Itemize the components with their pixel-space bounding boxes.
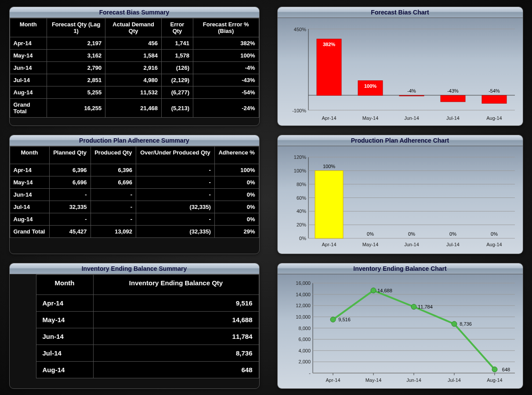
cell: -: [136, 176, 215, 189]
inventory-balance-chart-panel: Inventory Ending Balance Chart 16,00014,…: [277, 263, 523, 389]
cell: Jun-14: [10, 189, 49, 201]
data-label: 0%: [408, 231, 415, 237]
y-tick-label: -100%: [292, 108, 306, 113]
table-row: Jul-148,736: [36, 345, 259, 362]
table-row: May-146,6966,696-0%: [10, 176, 259, 189]
cell: 14,688: [93, 312, 259, 328]
inventory-balance-chart: 16,00014,00012,00010,0008,0006,0004,0002…: [278, 274, 523, 388]
cell: Apr-14: [36, 295, 93, 312]
data-label: 100%: [364, 83, 376, 89]
x-tick-label: May-14: [365, 377, 381, 383]
x-tick-label: Jun-14: [406, 377, 421, 383]
cell: 456: [105, 37, 162, 50]
cell: Apr-14: [10, 37, 47, 50]
cell: 9,516: [93, 295, 259, 312]
production-adherence-summary-panel: Production Plan Adherence Summary Month …: [9, 135, 260, 254]
panel-title: Production Plan Adherence Summary: [10, 135, 259, 146]
panel-title: Forecast Bias Chart: [278, 7, 523, 18]
table-row: Aug-14---0%: [10, 213, 259, 226]
table-row: Apr-149,516: [36, 295, 259, 312]
table-row: Apr-146,3966,396-100%: [10, 164, 259, 176]
cell: Jul-14: [10, 74, 47, 86]
cell: (126): [162, 62, 193, 74]
cell: 100%: [214, 164, 259, 176]
col-forecast-qty: Forecast Qty (Lag 1): [47, 18, 105, 37]
production-adherence-chart: 120%100%80%60%40%20%0% 100%0%0%0%0% Apr-…: [278, 146, 523, 254]
col-over-under: Over/Under Produced Qty: [136, 147, 215, 164]
x-tick-label: Aug-14: [487, 377, 502, 383]
x-tick-label: Aug-14: [486, 115, 502, 121]
cell: Jul-14: [36, 345, 93, 362]
data-label: 11,784: [418, 304, 433, 309]
x-tick-label: Jul-14: [446, 242, 460, 247]
cell: (6,277): [162, 86, 193, 99]
cell: -: [136, 189, 215, 201]
y-tick-label: 4,000: [298, 348, 311, 353]
data-point: [330, 317, 336, 322]
col-forecast-error-pct: Forecast Error % (Bias): [193, 18, 259, 37]
table-row-total: Grand Total16,25521,468(5,213)-24%: [10, 99, 259, 118]
cell: 32,335: [49, 201, 90, 213]
cell: Grand Total: [10, 226, 49, 238]
cell: -43%: [193, 74, 259, 86]
x-tick-label: Jun-14: [404, 115, 419, 121]
bar: [441, 95, 465, 101]
x-tick-label: Jul-14: [446, 115, 460, 121]
table-row-total: Grand Total45,42713,092(32,335)29%: [10, 226, 259, 238]
col-month: Month: [10, 18, 47, 37]
cell: 0%: [214, 176, 259, 189]
forecast-bias-chart-panel: Forecast Bias Chart 450% -100% 382%100%-…: [277, 7, 523, 126]
cell: -: [49, 213, 90, 226]
table-row: Jun-14---0%: [10, 189, 259, 201]
data-label: 14,688: [377, 288, 392, 293]
y-tick-label: 12,000: [296, 303, 311, 308]
x-tick-label: Jun-14: [404, 242, 419, 247]
data-label: 648: [502, 367, 510, 372]
data-label: -54%: [489, 88, 500, 93]
y-tick-label: 10,000: [296, 314, 311, 320]
y-tick-label: 120%: [293, 154, 306, 160]
data-point: [371, 288, 376, 293]
bar: [317, 39, 341, 95]
col-planned-qty: Planned Qty: [49, 147, 90, 164]
cell: 100%: [193, 50, 259, 62]
data-label: 0%: [367, 231, 374, 237]
forecast-bias-summary-panel: Forecast Bias Summary Month Forecast Qty…: [9, 7, 260, 126]
table-row: Jul-1432,335-(32,335)0%: [10, 201, 259, 213]
cell: 3,162: [47, 50, 105, 62]
cell: 0%: [214, 201, 259, 213]
forecast-bias-table: Month Forecast Qty (Lag 1) Actual Demand…: [10, 18, 259, 118]
data-label: -43%: [447, 88, 459, 93]
data-point: [492, 367, 497, 372]
col-inv-qty: Inventory Ending Balance Qty: [93, 275, 259, 295]
panel-title: Forecast Bias Summary: [10, 7, 259, 18]
data-label: 9,516: [338, 317, 351, 322]
col-produced-qty: Produced Qty: [90, 147, 136, 164]
col-actual-demand: Actual Demand Qty: [105, 18, 162, 37]
y-tick-label: 6,000: [298, 337, 311, 342]
cell: 1,741: [162, 37, 193, 50]
cell: (32,335): [136, 201, 215, 213]
table-row: Jun-1411,784: [36, 328, 259, 345]
y-tick-label: 100%: [293, 168, 306, 173]
cell: -: [90, 189, 136, 201]
bar: [482, 95, 507, 103]
cell: Jul-14: [10, 201, 49, 213]
y-tick-label: 60%: [296, 195, 306, 201]
line-series: [333, 291, 495, 370]
cell: 11,532: [105, 86, 162, 99]
table-row: Apr-142,1974561,741382%: [10, 37, 259, 50]
cell: (5,213): [162, 99, 193, 118]
cell: 2,790: [47, 62, 105, 74]
cell: May-14: [36, 312, 93, 328]
col-month: Month: [36, 275, 93, 295]
x-tick-label: Apr-14: [322, 242, 336, 247]
cell: -: [90, 201, 136, 213]
production-adherence-chart-panel: Production Plan Adherence Chart 120%100%…: [277, 135, 523, 254]
data-point: [452, 321, 457, 327]
cell: 6,696: [90, 176, 136, 189]
col-month: Month: [10, 147, 49, 164]
forecast-bias-chart: 450% -100% 382%100%-4%-43%-54% Apr-14May…: [278, 18, 523, 126]
cell: 8,736: [93, 345, 259, 362]
data-label: -4%: [407, 88, 416, 93]
